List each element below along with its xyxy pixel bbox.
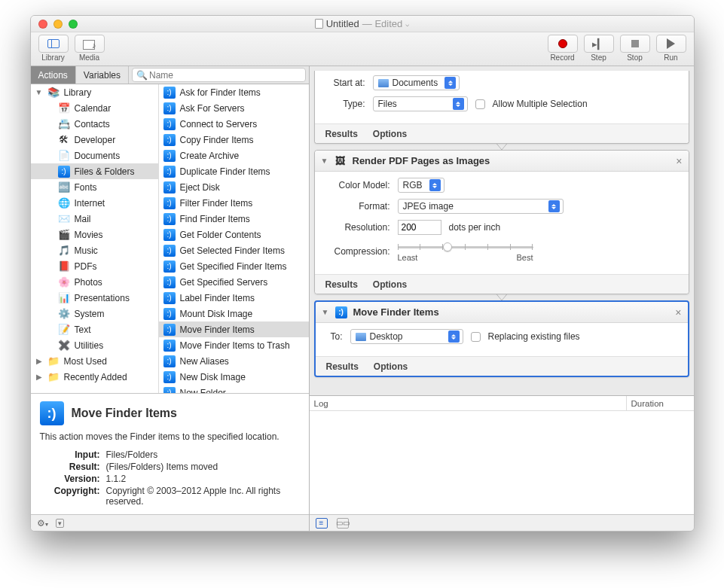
- format-popup[interactable]: JPEG image: [398, 199, 564, 214]
- category-documents[interactable]: 📄Documents: [31, 148, 158, 163]
- minimize-window-button[interactable]: [53, 20, 63, 29]
- record-icon: [558, 39, 567, 48]
- action-filter-finder-items[interactable]: Filter Finder Items: [159, 195, 309, 211]
- action-detail: Move Finder Items This action moves the …: [31, 394, 309, 514]
- category-pdfs[interactable]: 📕PDFs: [31, 258, 158, 274]
- action-find-finder-items[interactable]: Find Finder Items: [159, 211, 309, 227]
- category-music[interactable]: 🎵Music: [31, 242, 158, 258]
- workflow-action-render-pdf[interactable]: ▼ 🖼 Render PDF Pages as Images × Color M…: [314, 150, 689, 294]
- panel-toggle-icon[interactable]: ▾: [56, 519, 64, 528]
- colormodel-popup[interactable]: RGB: [398, 178, 444, 193]
- play-icon: [667, 38, 675, 49]
- pdf-icon: 📕: [58, 260, 70, 273]
- options-button[interactable]: Options: [373, 279, 407, 290]
- category-library[interactable]: ▼📚Library: [31, 84, 158, 100]
- action-move-finder-items[interactable]: Move Finder Items: [159, 321, 309, 337]
- category-text[interactable]: 📝Text: [31, 321, 158, 337]
- folder-icon: [356, 333, 366, 341]
- action-get-selected-finder-items[interactable]: Get Selected Finder Items: [159, 242, 309, 258]
- category-contacts[interactable]: 📇Contacts: [31, 116, 158, 132]
- category-calendar[interactable]: 📅Calendar: [31, 100, 158, 116]
- action-move-finder-items-to-trash[interactable]: Move Finder Items to Trash: [159, 337, 309, 353]
- calendar-icon: 📅: [58, 102, 70, 114]
- action-column[interactable]: Ask for Finder ItemsAsk For ServersConne…: [159, 84, 309, 393]
- action-ask-for-finder-items[interactable]: Ask for Finder Items: [159, 84, 309, 100]
- finder-icon: [163, 387, 176, 394]
- category-presentations[interactable]: 📊Presentations: [31, 290, 158, 306]
- record-button[interactable]: Record: [546, 35, 579, 62]
- folder-purple-icon: 📁: [47, 371, 60, 383]
- category-recently-added[interactable]: ▶📁Recently Added: [31, 369, 158, 385]
- grid-view-icon[interactable]: ▭▭: [337, 518, 349, 529]
- workflow-area[interactable]: Start at: Documents Type: Files Allow Mu…: [310, 66, 694, 395]
- finder-icon: [163, 134, 176, 146]
- results-button[interactable]: Results: [325, 279, 358, 290]
- start-at-popup[interactable]: Documents: [373, 75, 460, 90]
- log-column-header[interactable]: Log: [310, 396, 626, 410]
- category-most-used[interactable]: ▶📁Most Used: [31, 353, 158, 369]
- action-title: Move Finder Items: [353, 306, 439, 318]
- type-popup[interactable]: Files: [373, 96, 468, 111]
- action-duplicate-finder-items[interactable]: Duplicate Finder Items: [159, 163, 309, 179]
- library-toggle-button[interactable]: Library: [37, 35, 70, 62]
- duration-column-header[interactable]: Duration: [626, 396, 694, 410]
- music-icon: 🎵: [58, 245, 70, 257]
- zoom-window-button[interactable]: [69, 20, 78, 29]
- resolution-field[interactable]: [398, 220, 441, 235]
- disclosure-triangle[interactable]: ▼: [321, 157, 328, 165]
- run-button[interactable]: Run: [655, 35, 688, 62]
- replacing-checkbox[interactable]: [471, 332, 481, 342]
- disclosure-triangle[interactable]: ▼: [322, 308, 329, 316]
- category-photos[interactable]: 🌸Photos: [31, 274, 158, 290]
- action-create-archive[interactable]: Create Archive: [159, 148, 309, 163]
- close-icon[interactable]: ×: [676, 155, 682, 167]
- search-input[interactable]: [132, 68, 306, 82]
- action-get-specified-finder-items[interactable]: Get Specified Finder Items: [159, 258, 309, 274]
- action-new-aliases[interactable]: New Aliases: [159, 353, 309, 369]
- destination-popup[interactable]: Desktop: [350, 329, 463, 344]
- allow-multiple-checkbox[interactable]: [475, 99, 485, 109]
- action-get-folder-contents[interactable]: Get Folder Contents: [159, 227, 309, 242]
- action-connect-to-servers[interactable]: Connect to Servers: [159, 116, 309, 132]
- gear-icon[interactable]: ⚙︎▾: [37, 518, 48, 529]
- workflow-action-move-finder[interactable]: ▼ Move Finder Items × To: Desktop Replac…: [314, 300, 689, 377]
- presentations-icon: 📊: [58, 292, 70, 304]
- chevron-down-icon[interactable]: ⌵: [405, 20, 409, 28]
- allow-multiple-label: Allow Multiple Selection: [493, 99, 588, 109]
- finder-icon: [163, 308, 176, 320]
- action-label-finder-items[interactable]: Label Finder Items: [159, 290, 309, 306]
- category-mail[interactable]: ✉️Mail: [31, 211, 158, 227]
- options-button[interactable]: Options: [373, 129, 407, 139]
- action-new-folder[interactable]: New Folder: [159, 385, 309, 393]
- stop-button[interactable]: Stop: [619, 35, 652, 62]
- close-window-button[interactable]: [38, 20, 47, 29]
- tab-actions[interactable]: Actions: [31, 66, 76, 84]
- step-button[interactable]: ▸▎ Step: [582, 35, 616, 62]
- list-view-icon[interactable]: ≡: [316, 518, 328, 529]
- media-button[interactable]: Media: [73, 35, 106, 62]
- category-utilities[interactable]: ✖️Utilities: [31, 337, 158, 353]
- category-movies[interactable]: 🎬Movies: [31, 227, 158, 242]
- action-new-disk-image[interactable]: New Disk Image: [159, 369, 309, 385]
- results-button[interactable]: Results: [326, 361, 359, 372]
- results-button[interactable]: Results: [325, 129, 358, 139]
- action-ask-for-servers[interactable]: Ask For Servers: [159, 100, 309, 116]
- category-column[interactable]: ▼📚Library📅Calendar📇Contacts🛠Developer📄Do…: [31, 84, 159, 393]
- tab-variables[interactable]: Variables: [76, 66, 129, 84]
- action-copy-finder-items[interactable]: Copy Finder Items: [159, 132, 309, 148]
- compression-slider[interactable]: [398, 241, 533, 253]
- category-system[interactable]: ⚙️System: [31, 306, 158, 321]
- category-internet[interactable]: 🌐Internet: [31, 195, 158, 211]
- close-icon[interactable]: ×: [675, 306, 681, 318]
- action-eject-disk[interactable]: Eject Disk: [159, 179, 309, 195]
- category-developer[interactable]: 🛠Developer: [31, 132, 158, 148]
- options-button[interactable]: Options: [374, 361, 408, 372]
- category-files-folders[interactable]: Files & Folders: [31, 163, 158, 179]
- preview-icon: 🖼: [335, 155, 347, 167]
- finder-icon: [163, 245, 176, 257]
- action-get-specified-servers[interactable]: Get Specified Servers: [159, 274, 309, 290]
- action-mount-disk-image[interactable]: Mount Disk Image: [159, 306, 309, 321]
- finder-icon: [163, 150, 176, 162]
- workflow-action-ask-finder[interactable]: Start at: Documents Type: Files Allow Mu…: [314, 71, 689, 144]
- category-fonts[interactable]: 🔤Fonts: [31, 179, 158, 195]
